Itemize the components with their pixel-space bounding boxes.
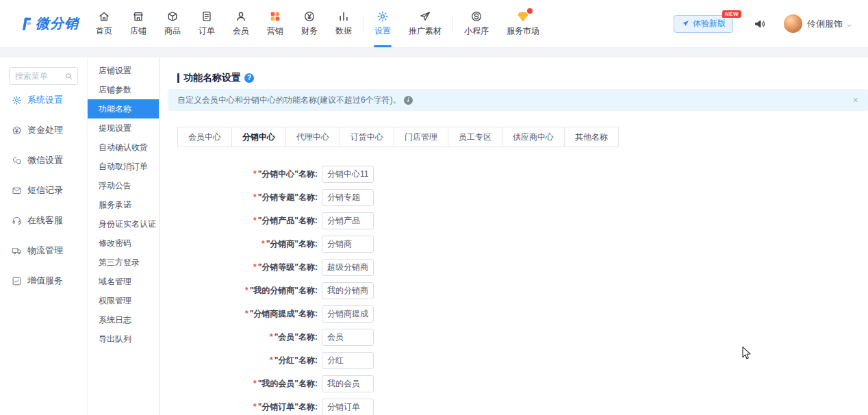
miniprogram-icon bbox=[470, 10, 483, 23]
field-label: *"分红"名称: bbox=[160, 355, 318, 366]
nav-label: 财务 bbox=[301, 25, 318, 37]
sidebar-item-online-service[interactable]: 在线客服 bbox=[0, 205, 87, 236]
form-row: *"我的会员"名称: bbox=[160, 375, 868, 393]
submenu-item-shop-settings[interactable]: 店铺设置 bbox=[88, 61, 159, 80]
sidebar-item-value-added[interactable]: 增值服务 bbox=[0, 266, 87, 296]
tab-distribution-center[interactable]: 分销中心 bbox=[231, 127, 286, 147]
tab-other-names[interactable]: 其他名称 bbox=[564, 127, 619, 147]
nav-divider bbox=[363, 16, 363, 32]
goods-icon bbox=[166, 10, 179, 23]
submenu-item-id-verification[interactable]: 身份证实名认证 bbox=[88, 214, 159, 234]
my-distributor-name-input[interactable] bbox=[322, 282, 374, 299]
required-mark: * bbox=[245, 309, 248, 318]
form-row: *"分销等级"名称: bbox=[160, 258, 868, 277]
submenu-item-export-queue[interactable]: 导出队列 bbox=[88, 329, 159, 349]
member-name-input[interactable] bbox=[322, 329, 374, 346]
try-new-version-button[interactable]: 体验新版 NEW bbox=[674, 15, 733, 33]
form-row: *"分销商"名称: bbox=[160, 235, 868, 253]
field-label: *"我的会员"名称: bbox=[160, 378, 318, 390]
account-menu[interactable]: 伶俐服饰 bbox=[784, 14, 853, 33]
try-new-label: 体验新版 bbox=[693, 18, 726, 29]
submenu-item-floating-notice[interactable]: 浮动公告 bbox=[88, 176, 159, 195]
form-row: *"分销产品"名称: bbox=[160, 212, 868, 230]
sidebar-item-logistics[interactable]: 物流管理 bbox=[0, 236, 87, 266]
topnav-item-orders[interactable]: 订单 bbox=[190, 0, 224, 47]
nav-label: 服务市场 bbox=[507, 25, 539, 37]
distribution-level-name-input[interactable] bbox=[322, 259, 374, 276]
promo-icon bbox=[419, 10, 431, 23]
submenu-item-service-promise[interactable]: 服务承诺 bbox=[88, 195, 159, 214]
field-label-text: "分销中心"名称: bbox=[258, 169, 318, 179]
topnav-item-promo-materials[interactable]: 推广素材 bbox=[400, 0, 450, 47]
distribution-order-name-input[interactable] bbox=[322, 399, 374, 415]
field-label: *"分销专题"名称: bbox=[160, 192, 318, 203]
nav-label: 店铺 bbox=[130, 25, 146, 37]
submenu-item-system-logs[interactable]: 系统日志 bbox=[88, 310, 159, 329]
rocket-icon bbox=[681, 19, 690, 28]
tab-member-center[interactable]: 会员中心 bbox=[177, 127, 232, 147]
form-row: *"分销商提成"名称: bbox=[160, 305, 868, 323]
required-mark: * bbox=[253, 262, 257, 272]
dividend-name-input[interactable] bbox=[322, 352, 374, 369]
sidebar-item-sms-records[interactable]: 短信记录 bbox=[0, 175, 87, 205]
sidebar-primary: 系统设置 资金处理 微信设置 短信记录 在线客服 物流管理 bbox=[0, 58, 87, 415]
distribution-center-name-input[interactable] bbox=[322, 166, 374, 183]
field-label: *"分销订单"名称: bbox=[160, 401, 318, 413]
sidebar-item-wechat-settings[interactable]: 微信设置 bbox=[0, 145, 87, 175]
form-row: *"分销中心"名称: bbox=[160, 165, 868, 184]
distribution-product-name-input[interactable] bbox=[322, 212, 374, 229]
members-icon bbox=[235, 10, 247, 23]
app-logo[interactable]: 微分销 bbox=[18, 14, 79, 33]
settings-icon bbox=[376, 10, 389, 23]
required-mark: * bbox=[253, 192, 257, 202]
field-label-text: "会员"名称: bbox=[275, 332, 318, 342]
topnav-item-home[interactable]: 首页 bbox=[87, 0, 121, 47]
tab-order-center[interactable]: 订货中心 bbox=[340, 127, 394, 147]
required-mark: * bbox=[253, 216, 257, 225]
topnav-item-data[interactable]: 数据 bbox=[327, 0, 361, 47]
submenu-item-auto-cancel-order[interactable]: 自动取消订单 bbox=[88, 157, 159, 176]
topnav-item-service-market[interactable]: 服务市场 bbox=[498, 0, 548, 47]
top-navbar: 微分销 首页 店铺 商品 订单 会员 bbox=[0, 0, 868, 48]
distribution-topic-name-input[interactable] bbox=[322, 189, 374, 206]
help-icon[interactable]: ? bbox=[244, 73, 254, 83]
submenu-item-change-password[interactable]: 修改密码 bbox=[88, 234, 159, 253]
chevron-down-icon bbox=[845, 20, 853, 27]
truck-icon bbox=[12, 246, 22, 256]
distributor-name-input[interactable] bbox=[322, 236, 374, 253]
submenu-item-permission-management[interactable]: 权限管理 bbox=[88, 291, 159, 310]
topnav-item-mini-program[interactable]: 小程序 bbox=[455, 0, 498, 47]
field-label: *"分销商提成"名称: bbox=[160, 308, 318, 320]
topnav-item-members[interactable]: 会员 bbox=[224, 0, 258, 47]
sidebar-item-label: 在线客服 bbox=[27, 214, 63, 227]
tab-agent-center[interactable]: 代理中心 bbox=[285, 127, 340, 147]
page-title-row: 功能名称设置 ? bbox=[177, 72, 868, 84]
topnav-item-settings[interactable]: 设置 bbox=[366, 0, 400, 47]
tab-supplier-center[interactable]: 供应商中心 bbox=[502, 127, 565, 147]
sidebar-item-label: 微信设置 bbox=[27, 154, 63, 166]
close-icon[interactable]: × bbox=[853, 95, 858, 105]
tab-staff-zone[interactable]: 员工专区 bbox=[448, 127, 502, 147]
submenu-item-auto-confirm-receipt[interactable]: 自动确认收货 bbox=[88, 138, 159, 157]
sidebar-item-system-settings[interactable]: 系统设置 bbox=[0, 85, 87, 115]
topnav-item-goods[interactable]: 商品 bbox=[155, 0, 190, 47]
topnav-item-shop[interactable]: 店铺 bbox=[121, 0, 155, 47]
topnav-item-finance[interactable]: 财务 bbox=[292, 0, 327, 47]
distributor-commission-name-input[interactable] bbox=[322, 305, 374, 323]
submenu-item-third-party-login[interactable]: 第三方登录 bbox=[88, 253, 159, 272]
info-icon[interactable]: i bbox=[404, 96, 413, 105]
submenu-item-shop-params[interactable]: 店铺参数 bbox=[88, 80, 159, 99]
submenu-item-domain-management[interactable]: 域名管理 bbox=[88, 272, 159, 291]
submenu-item-withdraw-settings[interactable]: 提现设置 bbox=[88, 118, 159, 138]
sidebar-item-funds[interactable]: 资金处理 bbox=[0, 115, 87, 145]
center-tabs: 会员中心 分销中心 代理中心 订货中心 门店管理 员工专区 供应商中心 其他名称 bbox=[177, 127, 868, 147]
field-label-text: "分销订单"名称: bbox=[258, 402, 318, 412]
announcement-speaker-icon[interactable] bbox=[754, 18, 766, 30]
topnav-item-marketing[interactable]: 营销 bbox=[258, 0, 292, 47]
nav-label: 小程序 bbox=[464, 25, 489, 37]
data-icon bbox=[337, 10, 350, 23]
avatar bbox=[784, 14, 802, 33]
submenu-item-function-names[interactable]: 功能名称 bbox=[88, 99, 159, 118]
tab-store-management[interactable]: 门店管理 bbox=[394, 127, 448, 147]
my-member-name-input[interactable] bbox=[322, 375, 374, 392]
